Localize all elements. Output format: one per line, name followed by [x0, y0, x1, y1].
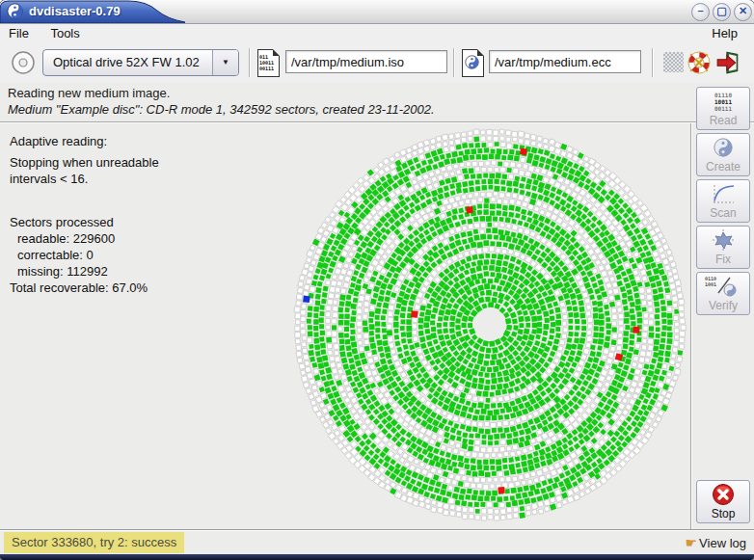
exit-door-icon	[715, 50, 741, 75]
stop-button[interactable]: Stop	[696, 480, 750, 523]
fix-button[interactable]: Fix	[696, 226, 750, 269]
chevron-down-icon: ▼	[212, 50, 238, 75]
verify-binary-icon: 0110 1001	[705, 276, 716, 287]
minimize-button[interactable]: –	[691, 3, 710, 21]
total-recoverable: Total recoverable: 67.0%	[10, 280, 280, 296]
fix-tool-icon	[712, 228, 735, 252]
optical-disc-icon	[10, 49, 37, 76]
ecc-file-icon	[461, 48, 484, 77]
fix-label: Fix	[697, 253, 749, 266]
close-button[interactable]: ✕	[734, 3, 752, 21]
read-label: Read	[697, 115, 749, 127]
toolbar: Optical drive 52X FW 1.02 ▼ 011 10011 00…	[0, 43, 754, 84]
medium-description: Medium "Example disc": CD-R mode 1, 3425…	[8, 102, 435, 117]
preferences-button[interactable]	[660, 50, 686, 75]
reading-status-panel: Adaptive reading: Stopping when unreadab…	[10, 133, 280, 296]
window-title: dvdisaster-0.79	[29, 0, 121, 23]
scan-button[interactable]: Scan	[696, 179, 750, 223]
verify-label: Verify	[697, 300, 749, 312]
scan-curve-icon	[711, 182, 736, 205]
scan-label: Scan	[697, 207, 749, 220]
menu-tools[interactable]: Tools	[41, 24, 88, 43]
toolbar-separator	[453, 48, 455, 77]
titlebar[interactable]: dvdisaster-0.79 – ▢ ✕	[0, 0, 754, 24]
create-yinyang-icon	[713, 137, 734, 158]
toolbar-separator	[249, 48, 251, 77]
iso-file-icon: 011 10011 00111	[256, 48, 280, 77]
verify-button[interactable]: 0110 1001 Verify	[696, 272, 750, 315]
view-log-button[interactable]: ☛View log	[686, 532, 746, 553]
preferences-icon	[663, 52, 684, 72]
help-button[interactable]	[687, 50, 712, 75]
sectors-header: Sectors processed	[10, 214, 280, 230]
quit-button[interactable]	[715, 50, 741, 75]
sector-spiral-canvas	[287, 123, 692, 529]
menu-help[interactable]: Help	[703, 24, 746, 43]
main-area: Adaptive reading: Stopping when unreadab…	[0, 123, 754, 529]
correctable-count: correctable: 0	[10, 247, 280, 263]
toolbar-separator	[652, 48, 654, 77]
hand-pointer-icon: ☛	[686, 535, 698, 550]
missing-count: missing: 112992	[10, 263, 280, 280]
readable-count: readable: 229600	[10, 230, 280, 247]
strategy-line-1: Stopping when unreadable	[10, 154, 280, 171]
yin-yang-icon	[7, 3, 23, 19]
view-log-label: View log	[699, 536, 746, 550]
drive-selector[interactable]: Optical drive 52X FW 1.02 ▼	[42, 49, 239, 76]
reading-mode-label: Adaptive reading:	[10, 133, 280, 149]
stop-label: Stop	[697, 508, 749, 520]
sidebar-separator	[690, 123, 692, 529]
lifebuoy-icon	[687, 50, 712, 75]
ecc-path-input[interactable]	[489, 50, 641, 73]
statusbar: Sector 333680, try 2: success ☛View log	[0, 529, 754, 555]
status-headline: Reading new medium image.	[8, 86, 170, 100]
status-message: Sector 333680, try 2: success	[4, 532, 184, 553]
app-window: dvdisaster-0.79 – ▢ ✕ File Tools Help Op…	[0, 0, 754, 560]
iso-path-input[interactable]	[285, 50, 447, 73]
read-icon: 01110 10011 00111	[714, 92, 732, 112]
create-button[interactable]: Create	[696, 133, 750, 176]
read-button[interactable]: 01110 10011 00111 Read	[696, 87, 750, 130]
create-label: Create	[697, 161, 749, 173]
stop-icon	[712, 483, 735, 506]
window-bottom-border	[0, 554, 754, 560]
drive-selector-value: Optical drive 52X FW 1.02	[53, 50, 200, 75]
menu-file[interactable]: File	[0, 24, 38, 43]
menubar: File Tools Help	[0, 24, 754, 43]
maximize-button[interactable]: ▢	[713, 3, 731, 21]
strategy-line-2: intervals < 16.	[10, 171, 280, 187]
info-bar: Reading new medium image. Medium "Exampl…	[0, 83, 754, 121]
